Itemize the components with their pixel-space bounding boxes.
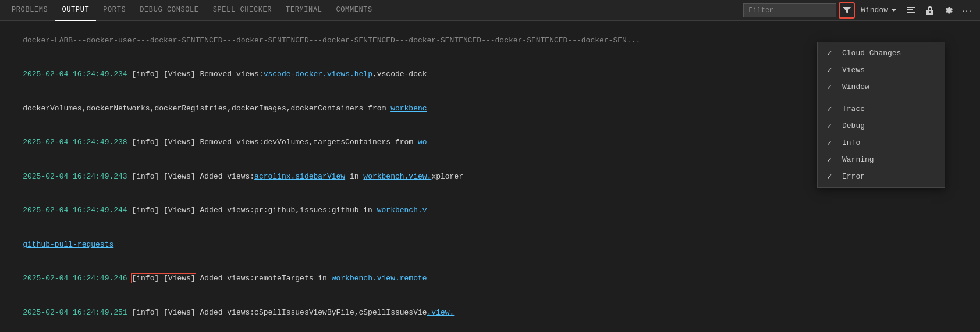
- tab-debug-console[interactable]: DEBUG CONSOLE: [133, 0, 205, 21]
- tab-ports[interactable]: PORTS: [96, 0, 133, 21]
- menu-item-info[interactable]: ✓ Info: [818, 134, 945, 151]
- settings-button[interactable]: [940, 2, 957, 19]
- source-dropdown[interactable]: Window: [857, 2, 901, 19]
- log-line-8: 2025-02-04 16:24:49.246 [info] [Views] A…: [5, 262, 975, 296]
- menu-item-window[interactable]: ✓ Window: [818, 78, 945, 95]
- menu-item-debug[interactable]: ✓ Debug: [818, 117, 945, 134]
- filter-dropdown-menu: ✓ Cloud Changes ✓ Views ✓ Window ✓ Trace…: [817, 42, 945, 188]
- tab-bar: PROBLEMS OUTPUT PORTS DEBUG CONSOLE SPEL…: [0, 0, 980, 21]
- filter-icon-button[interactable]: [839, 2, 855, 19]
- menu-item-views[interactable]: ✓ Views: [818, 62, 945, 78]
- menu-item-trace[interactable]: ✓ Trace: [818, 101, 945, 117]
- log-line-7: github-pull-requests: [5, 227, 975, 262]
- tab-spell-checker[interactable]: SPELL CHECKER: [206, 0, 279, 21]
- menu-item-error[interactable]: ✓ Error: [818, 168, 945, 185]
- log-line-9: 2025-02-04 16:24:49.251 [info] [Views] A…: [5, 295, 975, 330]
- output-content: docker-LABB---docker-user---docker-SENTE…: [0, 21, 980, 332]
- toolbar: Window ···: [743, 2, 975, 19]
- log-line-6: 2025-02-04 16:24:49.244 [info] [Views] A…: [5, 194, 975, 228]
- tab-terminal[interactable]: TERMINAL: [279, 0, 329, 21]
- log-line-10: extension.cspellPanel: [5, 330, 975, 333]
- menu-separator: [818, 98, 945, 98]
- menu-item-cloud-changes[interactable]: ✓ Cloud Changes: [818, 45, 945, 62]
- filter-input[interactable]: [743, 3, 836, 17]
- word-wrap-button[interactable]: [903, 2, 919, 19]
- lock-button[interactable]: [922, 2, 938, 19]
- menu-item-warning[interactable]: ✓ Warning: [818, 151, 945, 168]
- more-actions-button[interactable]: ···: [959, 2, 975, 19]
- tab-problems[interactable]: PROBLEMS: [5, 0, 55, 21]
- tab-output[interactable]: OUTPUT: [55, 0, 96, 21]
- tab-comments[interactable]: COMMENTS: [329, 0, 379, 21]
